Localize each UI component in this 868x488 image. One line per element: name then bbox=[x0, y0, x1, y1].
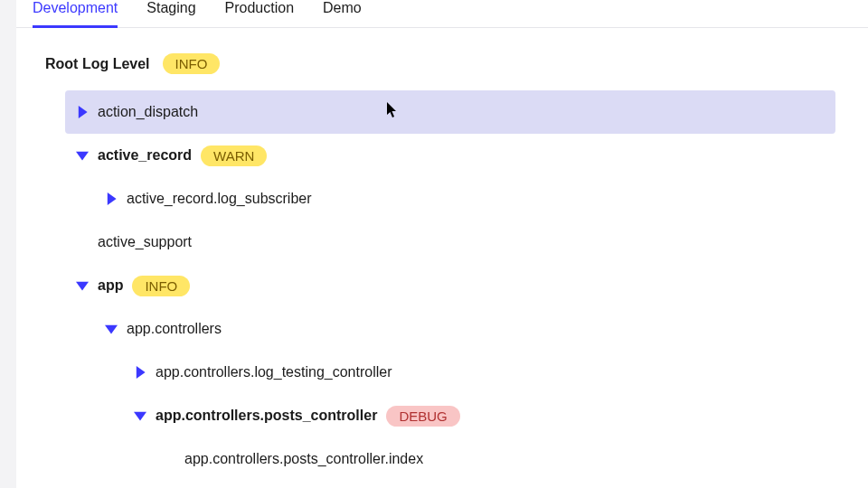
tree-item-label: action_dispatch bbox=[98, 104, 198, 120]
root-log-level-row: Root Log Level INFO bbox=[45, 53, 835, 74]
tab-label: Demo bbox=[323, 0, 362, 15]
caret-right-icon bbox=[105, 192, 118, 205]
log-level-badge[interactable]: DEBUG bbox=[386, 406, 459, 427]
tree-item-label: app.controllers.posts_controller bbox=[156, 408, 377, 424]
tree-item-label: active_support bbox=[98, 234, 192, 250]
tab-staging[interactable]: Staging bbox=[146, 0, 195, 27]
tree-item-label: active_record.log_subscriber bbox=[127, 191, 312, 207]
empty-icon-spacer bbox=[76, 236, 89, 249]
tree-row-app-controllers[interactable]: app.controllers bbox=[94, 307, 835, 351]
tree-item-label: app bbox=[98, 277, 123, 294]
root-log-level-badge[interactable]: INFO bbox=[163, 53, 221, 74]
caret-down-icon bbox=[105, 323, 118, 335]
log-level-badge[interactable]: INFO bbox=[132, 276, 190, 296]
tab-development[interactable]: Development bbox=[33, 0, 118, 28]
tab-label: Development bbox=[33, 0, 118, 15]
tab-label: Staging bbox=[146, 0, 195, 15]
tree-row-app-controllers-log-testing[interactable]: app.controllers.log_testing_controller bbox=[123, 351, 835, 394]
tab-production[interactable]: Production bbox=[225, 0, 295, 27]
root-log-level-label: Root Log Level bbox=[45, 56, 150, 72]
tab-label: Production bbox=[225, 0, 295, 15]
log-tree: action_dispatch active_record WARN activ… bbox=[51, 90, 835, 481]
log-level-badge[interactable]: WARN bbox=[201, 145, 267, 166]
tree-item-label: app.controllers bbox=[127, 321, 222, 337]
caret-right-icon bbox=[76, 106, 89, 118]
empty-icon-spacer bbox=[163, 453, 175, 465]
caret-down-icon bbox=[76, 279, 89, 292]
tree-row-active-record[interactable]: active_record WARN bbox=[65, 134, 835, 177]
tree-item-label: active_record bbox=[98, 147, 192, 164]
tab-demo[interactable]: Demo bbox=[323, 0, 362, 27]
tree-row-active-support[interactable]: active_support bbox=[65, 221, 835, 264]
tree-item-label: app.controllers.posts_controller.index bbox=[184, 451, 423, 467]
caret-down-icon bbox=[76, 149, 89, 162]
tree-row-app-controllers-posts[interactable]: app.controllers.posts_controller DEBUG bbox=[123, 394, 835, 437]
tree-item-label: app.controllers.log_testing_controller bbox=[156, 364, 392, 380]
tree-row-active-record-log-subscriber[interactable]: active_record.log_subscriber bbox=[94, 177, 835, 221]
caret-down-icon bbox=[134, 409, 146, 422]
tree-row-app-controllers-posts-index[interactable]: app.controllers.posts_controller.index bbox=[152, 437, 835, 481]
caret-right-icon bbox=[134, 366, 146, 379]
environment-tabs: Development Staging Production Demo bbox=[0, 0, 868, 28]
tree-row-action-dispatch[interactable]: action_dispatch bbox=[65, 90, 835, 134]
tree-row-app[interactable]: app INFO bbox=[65, 264, 835, 307]
